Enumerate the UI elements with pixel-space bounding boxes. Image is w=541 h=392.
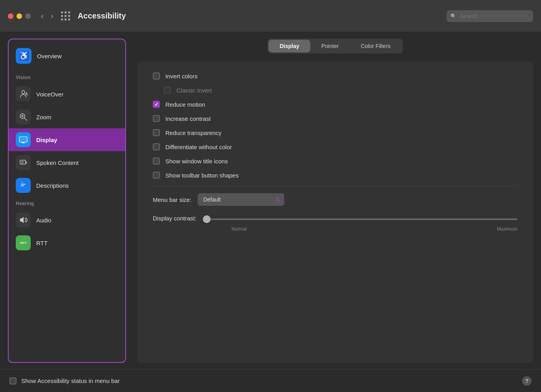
svg-rect-12	[20, 182, 27, 188]
descriptions-icon: "	[16, 178, 31, 193]
reduce-motion-row: Reduce motion	[153, 101, 517, 108]
sidebar-item-overview[interactable]: ♿ Overview	[9, 44, 125, 71]
menu-bar-size-select[interactable]: Default Large	[198, 193, 284, 206]
status-bar-checkbox[interactable]	[9, 377, 17, 385]
reduce-motion-checkbox[interactable]	[153, 101, 160, 108]
display-label: Display	[36, 137, 57, 143]
menu-bar-select-wrapper: Default Large ⇅	[198, 193, 284, 206]
minimize-button[interactable]	[17, 13, 22, 19]
forward-button[interactable]: ›	[48, 10, 56, 22]
rtt-icon: RTT	[16, 235, 31, 250]
slider-max-label: Maximum	[497, 226, 517, 232]
classic-invert-label: Classic Invert	[176, 87, 212, 94]
contrast-slider[interactable]	[203, 218, 517, 220]
display-icon	[16, 132, 31, 147]
slider-container	[203, 214, 517, 222]
traffic-lights	[8, 13, 31, 19]
sidebar-item-descriptions[interactable]: " Descriptions	[9, 174, 125, 197]
sidebar-item-spoken[interactable]: Spoken Content	[9, 151, 125, 174]
nav-buttons: ‹ ›	[39, 10, 56, 22]
toolbar-shapes-label: Show toolbar button shapes	[165, 172, 239, 179]
right-panel: Display Pointer Color Filters Invert col…	[126, 39, 533, 363]
search-wrapper	[447, 10, 533, 22]
help-button[interactable]: ?	[522, 376, 532, 386]
display-contrast-row: Display contrast: Normal Maximum	[153, 214, 517, 232]
tab-display[interactable]: Display	[269, 40, 310, 52]
page-title: Accessibility	[78, 11, 447, 20]
differentiate-color-checkbox[interactable]	[153, 143, 160, 150]
sidebar-item-voiceover[interactable]: VoiceOver	[9, 83, 125, 105]
invert-colors-checkbox[interactable]	[153, 72, 160, 80]
tab-pointer[interactable]: Pointer	[310, 40, 350, 52]
reduce-transparency-row: Reduce transparency	[153, 129, 517, 136]
svg-text:": "	[22, 181, 23, 184]
tab-color-filters[interactable]: Color Filters	[350, 40, 401, 52]
back-button[interactable]: ‹	[39, 10, 46, 22]
svg-text:RTT: RTT	[20, 241, 27, 245]
zoom-label: Zoom	[36, 114, 51, 120]
settings-panel: Invert colors Classic Invert Reduce moti…	[137, 61, 533, 363]
differentiate-color-row: Differentiate without color	[153, 143, 517, 150]
classic-invert-row: Classic Invert	[153, 87, 517, 94]
window-title-icons-checkbox[interactable]	[153, 157, 160, 165]
overview-icon: ♿	[16, 48, 31, 64]
slider-min-label: Normal	[232, 226, 247, 232]
reduce-transparency-checkbox[interactable]	[153, 129, 160, 136]
svg-point-0	[22, 91, 25, 94]
overview-label: Overview	[37, 53, 62, 59]
maximize-button[interactable]	[25, 13, 31, 19]
rtt-label: RTT	[36, 240, 48, 246]
toolbar-shapes-checkbox[interactable]	[153, 172, 160, 179]
app-grid-icon[interactable]	[61, 11, 70, 21]
window-title-icons-row: Show window title icons	[153, 157, 517, 165]
tabs: Display Pointer Color Filters	[267, 39, 403, 54]
svg-marker-16	[20, 217, 24, 223]
sidebar: ♿ Overview Vision VoiceOver	[8, 39, 126, 363]
separator	[153, 186, 517, 186]
reduce-transparency-label: Reduce transparency	[165, 129, 222, 136]
close-button[interactable]	[8, 13, 13, 19]
bottom-bar: Show Accessibility status in menu bar ?	[0, 369, 541, 392]
voiceover-icon	[16, 87, 31, 102]
svg-line-2	[24, 118, 27, 121]
sidebar-item-rtt[interactable]: RTT RTT	[9, 231, 125, 254]
window-title-icons-label: Show window title icons	[165, 158, 228, 165]
voiceover-label: VoiceOver	[36, 91, 63, 98]
tabs-container: Display Pointer Color Filters	[137, 39, 533, 54]
search-input[interactable]	[447, 10, 533, 22]
svg-rect-6	[19, 137, 27, 142]
hearing-section-label: Hearing	[9, 197, 125, 209]
menu-bar-size-label: Menu bar size:	[153, 196, 191, 203]
menu-bar-size-row: Menu bar size: Default Large ⇅	[153, 193, 517, 206]
sidebar-item-zoom[interactable]: Zoom	[9, 105, 125, 128]
classic-invert-checkbox[interactable]	[164, 87, 171, 94]
invert-colors-label: Invert colors	[165, 73, 198, 80]
toolbar-shapes-row: Show toolbar button shapes	[153, 172, 517, 179]
bottom-left: Show Accessibility status in menu bar	[9, 377, 120, 385]
increase-contrast-checkbox[interactable]	[153, 115, 160, 122]
vision-section-label: Vision	[9, 71, 125, 83]
differentiate-color-label: Differentiate without color	[165, 144, 232, 150]
main-content: ♿ Overview Vision VoiceOver	[0, 32, 541, 369]
sidebar-item-display[interactable]: Display	[9, 128, 125, 151]
zoom-icon	[16, 109, 31, 124]
reduce-motion-label: Reduce motion	[165, 101, 205, 108]
increase-contrast-label: Increase contrast	[165, 115, 211, 122]
invert-colors-row: Invert colors	[153, 72, 517, 80]
spoken-label: Spoken Content	[36, 159, 79, 166]
descriptions-label: Descriptions	[36, 182, 69, 189]
audio-label: Audio	[36, 217, 51, 224]
contrast-header: Display contrast:	[153, 214, 517, 222]
sidebar-item-audio[interactable]: Audio	[9, 209, 125, 231]
increase-contrast-row: Increase contrast	[153, 115, 517, 122]
spoken-icon	[16, 155, 31, 170]
audio-icon	[16, 213, 31, 227]
titlebar: ‹ › Accessibility	[0, 0, 541, 32]
status-bar-label: Show Accessibility status in menu bar	[21, 377, 120, 384]
display-contrast-label: Display contrast:	[153, 215, 196, 222]
svg-rect-9	[20, 160, 26, 164]
